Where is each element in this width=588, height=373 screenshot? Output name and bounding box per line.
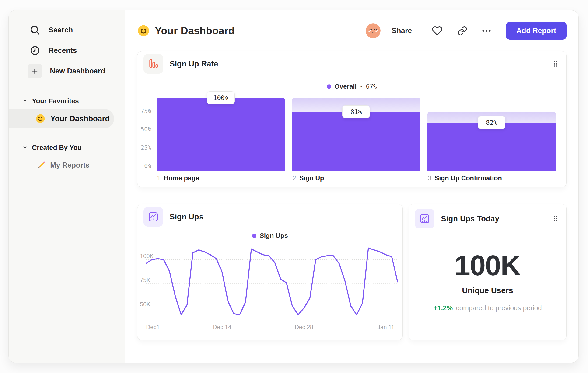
pencil-icon bbox=[36, 160, 46, 170]
card-header: Sign Ups bbox=[137, 204, 402, 229]
smiley-emoji bbox=[137, 24, 150, 37]
funnel-bars: 100% 81% 82% bbox=[157, 98, 556, 171]
page-title-text: Your Dashboard bbox=[155, 25, 235, 37]
funnel-step-labels: 1 Home page 2 Sign Up 3 Sign Up Confirma… bbox=[157, 174, 556, 182]
legend-label: Sign Ups bbox=[260, 232, 288, 239]
step-label: 3 Sign Up Confirmation bbox=[428, 174, 556, 182]
sign-ups-line-chart bbox=[146, 242, 398, 322]
sidebar-item-search[interactable]: Search bbox=[9, 20, 125, 40]
sidebar-item-label: New Dashboard bbox=[50, 67, 105, 75]
dashboard-header: Your Dashboard Share bbox=[137, 21, 567, 40]
legend-value: 67% bbox=[366, 83, 377, 90]
funnel-y-tick: 0% bbox=[133, 162, 151, 169]
card-title: Sign Ups bbox=[170, 212, 203, 221]
line-chart-icon bbox=[144, 207, 163, 227]
funnel-y-tick: 75% bbox=[133, 108, 151, 114]
line-chart-icon bbox=[415, 209, 434, 229]
search-icon bbox=[29, 24, 41, 36]
smiley-emoji bbox=[35, 114, 45, 123]
step-label: 2 Sign Up bbox=[292, 174, 420, 182]
sidebar-item-my-reports[interactable]: My Reports bbox=[9, 159, 125, 172]
legend-dot bbox=[327, 84, 331, 89]
link-icon[interactable] bbox=[458, 26, 467, 36]
step-number: 2 bbox=[292, 174, 296, 182]
heart-icon[interactable] bbox=[432, 25, 443, 36]
app-window: Search Recents New Dashboard bbox=[8, 10, 579, 363]
big-number-label: Unique Users bbox=[409, 286, 566, 295]
step-name: Sign Up Confirmation bbox=[435, 174, 502, 182]
sidebar-item-your-dashboard[interactable]: Your Dashboard bbox=[9, 109, 114, 129]
funnel-y-tick: 50% bbox=[133, 126, 151, 133]
section-label: Your Favorites bbox=[32, 97, 79, 105]
funnel-bar-home-page: 100% bbox=[157, 98, 285, 171]
funnel-value-chip: 100% bbox=[207, 91, 234, 104]
line-x-axis: Dec1Dec 14Dec 28Jan 11 bbox=[146, 322, 398, 334]
funnel-chart-icon bbox=[144, 54, 163, 74]
ellipsis-icon[interactable] bbox=[481, 26, 492, 36]
chevron-down-icon bbox=[22, 98, 28, 104]
funnel-bar-solid bbox=[292, 112, 420, 171]
card-title: Sign Up Rate bbox=[170, 60, 218, 68]
legend-dot bbox=[252, 234, 256, 238]
sign-up-rate-card: Sign Up Rate Overall • 67% 75%50%25%0% bbox=[137, 51, 567, 187]
step-number: 1 bbox=[157, 174, 161, 182]
delta-note: compared to previous period bbox=[456, 304, 542, 312]
clock-icon bbox=[29, 45, 41, 56]
line-x-tick: Dec 14 bbox=[213, 324, 231, 331]
share-button[interactable]: Share bbox=[392, 27, 412, 35]
line-x-tick: Dec 28 bbox=[295, 324, 313, 331]
funnel-y-tick: 25% bbox=[133, 144, 151, 151]
line-legend: Sign Ups bbox=[137, 229, 402, 242]
line-x-tick: Dec1 bbox=[146, 324, 160, 331]
add-report-button[interactable]: Add Report bbox=[506, 22, 567, 40]
delta-value: +1.2% bbox=[433, 304, 453, 312]
funnel-bar-solid bbox=[157, 98, 285, 171]
sidebar: Search Recents New Dashboard bbox=[9, 10, 125, 363]
sidebar-item-label: My Reports bbox=[50, 161, 90, 170]
card-header: Sign Ups Today bbox=[409, 206, 566, 231]
funnel-bar-sign-up: 81% bbox=[292, 98, 420, 171]
sidebar-item-new-dashboard[interactable]: New Dashboard bbox=[9, 61, 125, 81]
step-label: 1 Home page bbox=[157, 174, 285, 182]
big-number-value: 100K bbox=[409, 251, 566, 280]
sidebar-item-label: Your Dashboard bbox=[50, 114, 110, 123]
funnel-legend: Overall • 67% bbox=[137, 81, 566, 92]
drag-handle-icon[interactable] bbox=[551, 60, 560, 68]
line-plot: 100K75K50K bbox=[146, 242, 398, 322]
delta-row: +1.2% compared to previous period bbox=[409, 304, 566, 312]
funnel-value-chip: 81% bbox=[342, 105, 370, 118]
step-name: Sign Up bbox=[299, 174, 324, 182]
main-content: Your Dashboard Share bbox=[125, 10, 579, 363]
legend-label: Overall bbox=[335, 83, 357, 90]
card-title: Sign Ups Today bbox=[441, 214, 499, 223]
sidebar-item-label: Search bbox=[49, 26, 73, 34]
card-header: Sign Up Rate bbox=[137, 51, 566, 76]
sidebar-item-recents[interactable]: Recents bbox=[9, 40, 125, 61]
section-label: Created By You bbox=[32, 144, 82, 151]
step-name: Home page bbox=[164, 174, 199, 182]
header-actions: Share Add Report bbox=[366, 22, 567, 40]
sign-ups-card: Sign Ups Sign Ups 100K75K50K Dec1Dec 14D… bbox=[137, 204, 403, 340]
legend-separator: • bbox=[360, 83, 363, 90]
section-your-favorites[interactable]: Your Favorites bbox=[9, 96, 125, 106]
chevron-down-icon bbox=[22, 144, 28, 151]
plus-icon bbox=[28, 64, 42, 78]
funnel-plot: 75%50%25%0% 100% 81% 8 bbox=[157, 98, 556, 171]
page-title: Your Dashboard bbox=[137, 24, 235, 37]
funnel-bar-sign-up-confirmation: 82% bbox=[428, 98, 556, 171]
drag-handle-icon[interactable] bbox=[551, 214, 560, 223]
sidebar-item-label: Recents bbox=[49, 46, 77, 55]
avatar[interactable] bbox=[366, 23, 381, 38]
funnel-bar-solid bbox=[428, 123, 556, 171]
line-x-tick: Jan 11 bbox=[377, 324, 394, 331]
section-created-by-you[interactable]: Created By You bbox=[9, 143, 125, 152]
funnel-value-chip: 82% bbox=[478, 116, 505, 129]
sign-ups-today-card: Sign Ups Today 100K Unique Users +1.2% c… bbox=[409, 204, 567, 340]
step-number: 3 bbox=[428, 174, 432, 182]
